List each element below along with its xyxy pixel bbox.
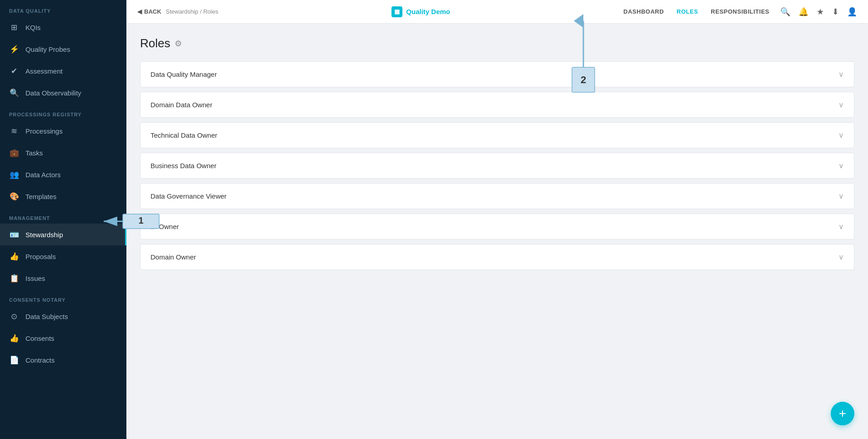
back-button[interactable]: ◀ BACK (137, 8, 161, 15)
data-subjects-icon: ⊙ (9, 311, 19, 321)
chevron-down-icon: ∨ (838, 222, 844, 231)
role-card-bio[interactable]: BI Owner∨ (140, 214, 854, 239)
sidebar-item-templates[interactable]: 🎨Templates (0, 185, 126, 207)
templates-icon: 🎨 (9, 191, 19, 201)
nav-item-responsibilities[interactable]: RESPONSIBILITIES (711, 8, 769, 15)
sidebar-item-issues[interactable]: 📋Issues (0, 267, 126, 289)
role-name: Domain Owner (151, 253, 196, 261)
sidebar-item-label: Data Actors (25, 171, 61, 179)
chevron-down-icon: ∨ (838, 131, 844, 140)
sidebar-item-stewardship[interactable]: 🪪Stewardship (0, 224, 126, 245)
role-card-do[interactable]: Domain Owner∨ (140, 244, 854, 270)
role-card-dgv[interactable]: Data Governance Viewer∨ (140, 183, 854, 209)
app-title-text: Quality Demo (406, 8, 450, 15)
sidebar-item-tasks[interactable]: 💼Tasks (0, 142, 126, 164)
role-card-bdo[interactable]: Business Data Owner∨ (140, 153, 854, 179)
app-title: ▦ Quality Demo (391, 6, 450, 17)
sidebar-item-label: Issues (25, 274, 45, 282)
data-actors-icon: 👥 (9, 170, 19, 180)
chevron-down-icon: ∨ (838, 253, 844, 261)
back-arrow-icon: ◀ (137, 8, 142, 15)
nav-item-dashboard[interactable]: DASHBOARD (623, 8, 664, 15)
role-name: Data Governance Viewer (151, 192, 226, 200)
sidebar-item-data-subjects[interactable]: ⊙Data Subjects (0, 305, 126, 327)
sidebar-section-data-quality: DATA QUALITY⊞KQIs⚡Quality Probes✔Assessm… (0, 0, 126, 104)
role-name: Data Quality Manager (151, 70, 217, 78)
role-name: Business Data Owner (151, 162, 216, 170)
sidebar-item-label: Tasks (25, 149, 43, 157)
header-left: ◀ BACK Stewardship / Roles (137, 8, 218, 15)
breadcrumb-part-2[interactable]: Roles (203, 8, 218, 15)
chevron-down-icon: ∨ (838, 100, 844, 109)
app-icon: ▦ (391, 6, 402, 17)
sidebar-item-label: Quality Probes (25, 45, 70, 53)
sidebar-item-data-actors[interactable]: 👥Data Actors (0, 164, 126, 185)
top-nav: DASHBOARDROLESRESPONSIBILITIES (623, 8, 769, 15)
sidebar-item-processings[interactable]: ≋Processings (0, 120, 126, 142)
assessment-icon: ✔ (9, 66, 19, 76)
roles-list: Data Quality Manager∨Domain Data Owner∨T… (140, 61, 854, 270)
sidebar-item-label: KQIs (25, 24, 40, 31)
header-icons: 🔍 🔔 ★ ⬇ 👤 (780, 7, 857, 17)
sidebar-item-label: Contracts (25, 356, 55, 364)
add-button[interactable]: + (831, 402, 854, 425)
main-content: ◀ BACK Stewardship / Roles ▦ Quality Dem… (126, 0, 868, 439)
sidebar-item-label: Templates (25, 193, 56, 200)
sidebar-section-label: CONSENTS NOTARY (0, 289, 126, 305)
data-observability-icon: 🔍 (9, 88, 19, 98)
quality-probes-icon: ⚡ (9, 44, 19, 54)
role-card-dqm[interactable]: Data Quality Manager∨ (140, 61, 854, 87)
stewardship-icon: 🪪 (9, 229, 19, 239)
sidebar-section-processings-registry: PROCESSINGS REGISTRY≋Processings💼Tasks👥D… (0, 104, 126, 207)
sidebar-item-label: Consents (25, 334, 54, 342)
sidebar-item-kqis[interactable]: ⊞KQIs (0, 16, 126, 38)
search-icon[interactable]: 🔍 (780, 7, 790, 17)
kqis-icon: ⊞ (9, 22, 19, 32)
sidebar-item-label: Data Observability (25, 89, 81, 97)
sidebar-item-label: Proposals (25, 253, 56, 260)
back-label: BACK (144, 8, 161, 15)
consents-icon: 👍 (9, 333, 19, 343)
user-icon[interactable]: 👤 (847, 7, 857, 17)
content-area: Roles ⚙ Data Quality Manager∨Domain Data… (126, 24, 868, 439)
download-icon[interactable]: ⬇ (832, 7, 839, 17)
sidebar-item-label: Stewardship (25, 231, 63, 239)
sidebar-section-consents-notary: CONSENTS NOTARY⊙Data Subjects👍Consents📄C… (0, 289, 126, 371)
sidebar-section-management: MANAGEMENT🪪Stewardship👍Proposals📋Issues (0, 207, 126, 289)
header-right: DASHBOARDROLESRESPONSIBILITIES 🔍 🔔 ★ ⬇ 👤 (623, 7, 857, 17)
role-name: Domain Data Owner (151, 101, 212, 109)
sidebar-item-assessment[interactable]: ✔Assessment (0, 60, 126, 82)
role-card-tdo[interactable]: Technical Data Owner∨ (140, 122, 854, 148)
chevron-down-icon: ∨ (838, 161, 844, 170)
issues-icon: 📋 (9, 273, 19, 283)
page-title: Roles (140, 36, 170, 50)
breadcrumb-part-1[interactable]: Stewardship (166, 8, 199, 15)
sidebar-section-label: PROCESSINGS REGISTRY (0, 104, 126, 120)
chevron-down-icon: ∨ (838, 70, 844, 79)
sidebar-item-quality-probes[interactable]: ⚡Quality Probes (0, 38, 126, 60)
sidebar: DATA QUALITY⊞KQIs⚡Quality Probes✔Assessm… (0, 0, 126, 439)
sidebar-section-label: MANAGEMENT (0, 207, 126, 224)
role-name: Technical Data Owner (151, 131, 217, 139)
sidebar-item-proposals[interactable]: 👍Proposals (0, 245, 126, 267)
role-name: BI Owner (151, 223, 179, 230)
settings-icon[interactable]: ⚙ (175, 39, 182, 49)
breadcrumb: Stewardship / Roles (166, 8, 219, 15)
page-title-row: Roles ⚙ (140, 36, 854, 50)
processings-icon: ≋ (9, 126, 19, 136)
star-icon[interactable]: ★ (817, 7, 824, 17)
sidebar-item-contracts[interactable]: 📄Contracts (0, 349, 126, 371)
sidebar-item-label: Processings (25, 127, 63, 135)
sidebar-item-data-observability[interactable]: 🔍Data Observability (0, 82, 126, 104)
proposals-icon: 👍 (9, 251, 19, 261)
sidebar-item-consents[interactable]: 👍Consents (0, 327, 126, 349)
role-card-ddo[interactable]: Domain Data Owner∨ (140, 92, 854, 118)
contracts-icon: 📄 (9, 355, 19, 365)
sidebar-item-label: Data Subjects (25, 313, 68, 320)
notification-icon[interactable]: 🔔 (798, 7, 808, 17)
tasks-icon: 💼 (9, 148, 19, 158)
sidebar-item-label: Assessment (25, 67, 63, 75)
chevron-down-icon: ∨ (838, 192, 844, 200)
top-header: ◀ BACK Stewardship / Roles ▦ Quality Dem… (126, 0, 868, 24)
nav-item-roles[interactable]: ROLES (677, 8, 698, 15)
